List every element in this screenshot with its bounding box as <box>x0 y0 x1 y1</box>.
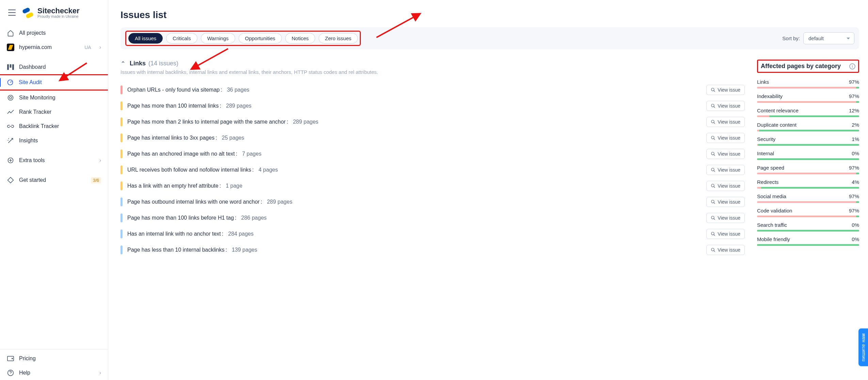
search-icon <box>711 200 716 204</box>
view-issue-label: View issue <box>718 199 740 205</box>
category-row[interactable]: Links97% <box>757 79 859 89</box>
view-issue-button[interactable]: View issue <box>706 149 745 159</box>
category-row[interactable]: Mobile friendly0% <box>757 236 859 246</box>
issue-count: 289 pages <box>267 199 292 205</box>
category-row[interactable]: Content relevance12% <box>757 108 859 117</box>
filter-pill-opportunities[interactable]: Opportunities <box>239 33 282 44</box>
issue-count: 289 pages <box>226 103 252 109</box>
trend-icon <box>7 108 14 116</box>
category-row[interactable]: Internal0% <box>757 151 859 160</box>
view-issue-button[interactable]: View issue <box>706 165 745 175</box>
project-icon <box>7 44 14 51</box>
brand[interactable]: Sitechecker Proudly made in Ukraine <box>22 7 80 19</box>
view-issue-button[interactable]: View issue <box>706 117 745 127</box>
view-issue-label: View issue <box>718 231 740 237</box>
category-bar <box>757 144 859 146</box>
sidebar-item-label: Backlink Tracker <box>19 123 59 129</box>
svg-rect-2 <box>12 64 14 70</box>
issue-row[interactable]: Page has outbound internal links with on… <box>120 194 745 210</box>
menu-toggle-button[interactable] <box>5 5 19 20</box>
sidebar-item-project[interactable]: hypernia.com UA › <box>0 40 108 54</box>
issue-row[interactable]: Orphan URLs - only found via sitemap 36 … <box>120 82 745 98</box>
issue-row[interactable]: Page has more than 100 links before H1 t… <box>120 210 745 226</box>
view-issue-button[interactable]: View issue <box>706 229 745 239</box>
sidebar-item-help[interactable]: Help › <box>0 366 108 380</box>
link-icon <box>7 123 14 130</box>
sidebar-item-get-started[interactable]: Get started 3/6 <box>0 173 108 187</box>
sidebar-item-label: Site Audit <box>19 79 42 85</box>
issue-row[interactable]: Page has more than 100 internal links 28… <box>120 98 745 114</box>
sidebar-item-backlink-tracker[interactable]: Backlink Tracker <box>0 119 108 133</box>
search-icon <box>711 248 716 252</box>
view-issue-button[interactable]: View issue <box>706 181 745 191</box>
category-row[interactable]: Social media97% <box>757 193 859 203</box>
issue-title: Page has internal links to 3xx pages <box>127 135 217 141</box>
view-issue-button[interactable]: View issue <box>706 101 745 111</box>
issue-row[interactable]: Page has internal links to 3xx pages 25 … <box>120 130 745 146</box>
filter-pill-notices[interactable]: Notices <box>285 33 315 44</box>
issue-count: 286 pages <box>241 215 267 221</box>
chevron-right-icon: › <box>99 157 101 163</box>
category-pct: 4% <box>852 179 859 185</box>
category-name: Content relevance <box>757 108 799 113</box>
issue-row[interactable]: URL receives both follow and nofollow in… <box>120 162 745 178</box>
sidebar-item-dashboard[interactable]: Dashboard <box>0 60 108 74</box>
category-name: Links <box>757 79 769 85</box>
category-row[interactable]: Indexability97% <box>757 93 859 103</box>
issue-row[interactable]: Page has less than 10 internal backlinks… <box>120 242 745 258</box>
dashboard-icon <box>7 63 14 71</box>
svg-point-3 <box>8 95 13 100</box>
info-icon[interactable]: i <box>849 63 855 69</box>
severity-indicator <box>120 165 123 174</box>
sidebar-item-rank-tracker[interactable]: Rank Tracker <box>0 105 108 119</box>
issue-row[interactable]: Page has an anchored image with no alt t… <box>120 146 745 162</box>
issue-title: Page has less than 10 internal backlinks <box>127 247 227 253</box>
filter-pill-all-issues[interactable]: All issues <box>128 33 163 44</box>
view-issue-button[interactable]: View issue <box>706 245 745 255</box>
issue-row[interactable]: Has a link with an empty href attribute … <box>120 178 745 194</box>
sidebar-item-label: Pricing <box>19 355 36 362</box>
sidebar-item-label: Get started <box>19 177 46 183</box>
categories-panel: Affected pages by category i Links97%Ind… <box>757 60 859 251</box>
view-issue-button[interactable]: View issue <box>706 85 745 95</box>
sidebar-item-all-projects[interactable]: All projects <box>0 26 108 40</box>
chat-tab[interactable]: пишите нам <box>858 329 868 366</box>
filter-bar: All issuesCriticalsWarningsOpportunities… <box>120 27 859 49</box>
filter-pill-criticals[interactable]: Criticals <box>166 33 197 44</box>
sidebar-item-site-audit[interactable]: Site Audit <box>0 75 108 90</box>
issue-row[interactable]: Page has more than 2 links to internal p… <box>120 114 745 130</box>
search-icon <box>711 136 716 140</box>
view-issue-button[interactable]: View issue <box>706 197 745 207</box>
issue-title: Page has an anchored image with no alt t… <box>127 151 237 157</box>
filter-pill-zero-issues[interactable]: Zero issues <box>319 33 358 44</box>
sidebar-item-insights[interactable]: Insights <box>0 133 108 148</box>
issue-count: 36 pages <box>227 87 250 93</box>
category-row[interactable]: Search traffic0% <box>757 222 859 232</box>
issue-count: 1 page <box>226 183 242 189</box>
issue-group-toggle[interactable]: ⌄ Links (14 issues) <box>120 60 745 67</box>
category-row[interactable]: Page speed97% <box>757 165 859 174</box>
severity-indicator <box>120 246 123 254</box>
sidebar-item-extra-tools[interactable]: Extra tools › <box>0 153 108 168</box>
target-icon <box>7 94 14 101</box>
category-name: Internal <box>757 151 774 156</box>
category-bar <box>757 201 859 203</box>
category-pct: 12% <box>849 108 859 113</box>
search-icon <box>711 232 716 236</box>
category-row[interactable]: Redirects4% <box>757 179 859 189</box>
issue-title: URL receives both follow and nofollow in… <box>127 167 254 173</box>
filter-pill-warnings[interactable]: Warnings <box>201 33 235 44</box>
view-issue-button[interactable]: View issue <box>706 133 745 143</box>
issue-title: Page has more than 100 internal links <box>127 103 221 109</box>
severity-indicator <box>120 101 123 110</box>
view-issue-button[interactable]: View issue <box>706 213 745 223</box>
category-row[interactable]: Code validation97% <box>757 208 859 217</box>
issue-row[interactable]: Has an internal link with no anchor text… <box>120 226 745 242</box>
sort-select[interactable]: default <box>803 32 854 44</box>
sidebar-item-pricing[interactable]: Pricing <box>0 351 108 366</box>
group-name: Links <box>130 60 146 67</box>
category-name: Duplicate content <box>757 122 797 128</box>
category-row[interactable]: Security1% <box>757 136 859 146</box>
sidebar-item-site-monitoring[interactable]: Site Monitoring <box>0 91 108 105</box>
category-row[interactable]: Duplicate content2% <box>757 122 859 131</box>
